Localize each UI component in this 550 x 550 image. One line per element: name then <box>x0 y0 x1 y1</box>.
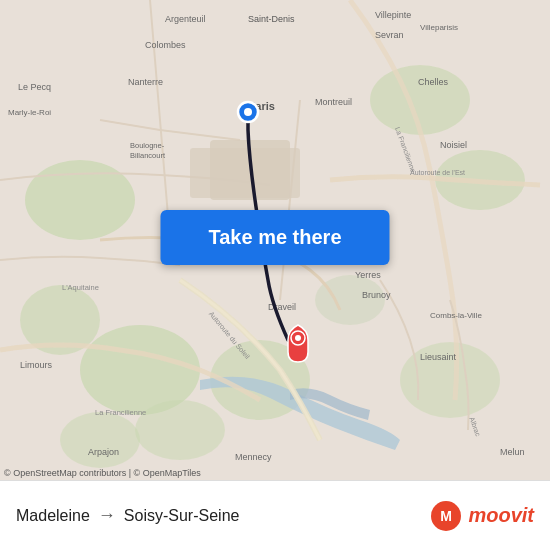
svg-point-44 <box>244 108 252 116</box>
svg-text:Villepinte: Villepinte <box>375 10 411 20</box>
svg-text:Chelles: Chelles <box>418 77 449 87</box>
svg-text:Boulogne-: Boulogne- <box>130 141 165 150</box>
svg-text:Noisiel: Noisiel <box>440 140 467 150</box>
svg-text:La Francilienne: La Francilienne <box>95 408 146 417</box>
svg-text:Saint-Denis: Saint-Denis <box>248 14 295 24</box>
svg-point-9 <box>60 412 140 468</box>
svg-text:Melun: Melun <box>500 447 525 457</box>
map-container: Argenteuil Saint-Denis Villepinte Sevran… <box>0 0 550 480</box>
svg-text:Arpajon: Arpajon <box>88 447 119 457</box>
svg-text:Argenteuil: Argenteuil <box>165 14 206 24</box>
moovit-logo: M moovit <box>430 500 534 532</box>
svg-point-1 <box>25 160 135 240</box>
moovit-icon: M <box>430 500 462 532</box>
route-to: Soisy-Sur-Seine <box>124 507 240 525</box>
svg-text:Sevran: Sevran <box>375 30 404 40</box>
svg-text:Mennecy: Mennecy <box>235 452 272 462</box>
svg-point-46 <box>295 335 301 341</box>
svg-text:Limours: Limours <box>20 360 53 370</box>
svg-text:Marly-le-Roi: Marly-le-Roi <box>8 108 51 117</box>
svg-text:M: M <box>441 508 453 524</box>
map-attribution: © OpenStreetMap contributors | © OpenMap… <box>4 468 201 478</box>
svg-point-8 <box>135 400 225 460</box>
svg-text:Yerres: Yerres <box>355 270 381 280</box>
take-me-there-button[interactable]: Take me there <box>160 210 389 265</box>
svg-text:Combs-la-Ville: Combs-la-Ville <box>430 311 482 320</box>
svg-text:Brunoy: Brunoy <box>362 290 391 300</box>
svg-text:L'Aquitaine: L'Aquitaine <box>62 283 99 292</box>
svg-text:Le Pecq: Le Pecq <box>18 82 51 92</box>
svg-text:Autoroute de l'Est: Autoroute de l'Est <box>410 169 465 176</box>
svg-text:Villeparisis: Villeparisis <box>420 23 458 32</box>
svg-text:Lieusaint: Lieusaint <box>420 352 457 362</box>
svg-point-6 <box>315 275 385 325</box>
svg-rect-12 <box>190 148 300 198</box>
svg-text:Billancourt: Billancourt <box>130 151 166 160</box>
route-info: Madeleine → Soisy-Sur-Seine <box>16 505 430 526</box>
route-from: Madeleine <box>16 507 90 525</box>
svg-text:Nanterre: Nanterre <box>128 77 163 87</box>
svg-text:Montreuil: Montreuil <box>315 97 352 107</box>
bottom-bar: Madeleine → Soisy-Sur-Seine M moovit <box>0 480 550 550</box>
route-arrow-icon: → <box>98 505 116 526</box>
svg-text:Colombes: Colombes <box>145 40 186 50</box>
moovit-brand-name: moovit <box>468 504 534 527</box>
